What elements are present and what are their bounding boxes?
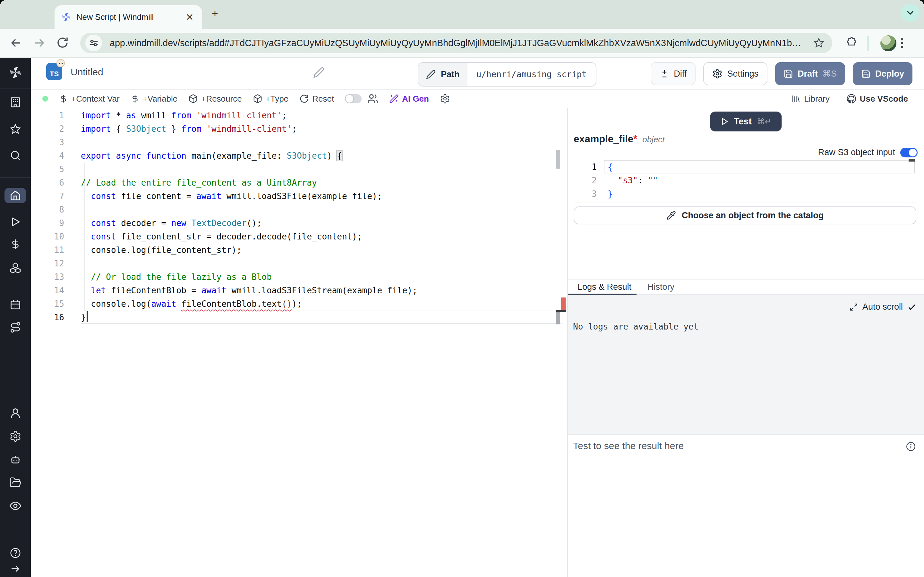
add-type-button[interactable]: +Type <box>253 94 289 104</box>
expand-icon <box>850 303 858 311</box>
help-circle-icon <box>9 547 21 559</box>
new-tab-button[interactable]: + <box>212 8 218 19</box>
cursor-overview-marker <box>556 310 566 312</box>
deploy-button[interactable]: Deploy <box>853 62 913 85</box>
browser-toolbar: app.windmill.dev/scripts/add#JTdCJTIyaGF… <box>0 29 924 58</box>
wand-icon <box>389 94 399 103</box>
browser-tab[interactable]: New Script | Windmill ✕ <box>55 5 202 29</box>
path-button[interactable]: Path u/henri/amusing_script <box>418 62 596 87</box>
tab-close-icon[interactable]: ✕ <box>184 11 196 23</box>
forward-icon[interactable] <box>32 36 46 50</box>
path-label: Path <box>441 69 460 79</box>
worker-status-dot <box>42 96 48 102</box>
reload-icon[interactable] <box>56 36 69 49</box>
sidebar-item-workers[interactable] <box>0 453 31 466</box>
editor-scrollbar-thumb-2[interactable] <box>556 312 560 324</box>
diff-button[interactable]: Diff <box>651 62 696 85</box>
github-icon <box>846 93 857 104</box>
json-content[interactable]: { "s3": ""} <box>607 160 914 201</box>
sidebar-item-folders[interactable] <box>0 476 31 488</box>
chevron-down-icon <box>907 11 914 15</box>
site-settings-icon[interactable] <box>86 35 102 51</box>
sidebar-item-schedules[interactable] <box>0 299 31 310</box>
home-icon <box>10 190 21 201</box>
package-icon <box>253 94 262 103</box>
tab-history[interactable]: History <box>648 282 674 292</box>
editor-scrollbar-thumb[interactable] <box>556 150 560 169</box>
windmill-logo[interactable] <box>0 65 31 79</box>
sidebar-item-audit[interactable] <box>0 500 31 512</box>
required-marker: * <box>633 133 637 145</box>
logs-area: Auto scroll No logs are available yet <box>568 295 924 434</box>
gear-icon <box>712 69 722 79</box>
extensions-icon[interactable] <box>846 36 859 49</box>
add-variable-button[interactable]: +Variable <box>131 94 178 104</box>
reset-button[interactable]: Reset <box>299 94 334 104</box>
sidebar-item-users[interactable] <box>0 407 31 419</box>
editor-toolbar: +Context Var +Variable +Resource +Type R… <box>31 90 924 108</box>
line-numbers: 12345678910111213141516 <box>31 109 64 324</box>
sidebar-item-workspace[interactable] <box>0 96 31 108</box>
script-settings-gear-icon[interactable] <box>440 93 450 104</box>
pipette-icon <box>666 211 676 220</box>
logs-tabs: Logs & Result History <box>568 279 924 295</box>
arrow-right-icon <box>10 563 21 574</box>
code-editor[interactable]: 12345678910111213141516 import * as wmil… <box>31 108 567 577</box>
boxes-icon <box>9 261 21 274</box>
add-context-var-button[interactable]: +Context Var <box>59 94 120 104</box>
error-overview-marker <box>561 298 565 310</box>
sidebar-item-home[interactable] <box>0 190 31 201</box>
test-shortcut: ⌘↵ <box>757 117 772 126</box>
use-vscode-button[interactable]: Use VScode <box>846 93 908 104</box>
profile-avatar[interactable] <box>880 35 897 51</box>
info-icon[interactable] <box>905 441 916 452</box>
json-arg-editor[interactable]: 123 { "s3": ""} <box>573 158 916 203</box>
test-button[interactable]: Test ⌘↵ <box>710 111 782 131</box>
bookmark-star-icon[interactable] <box>813 37 825 49</box>
script-name-input[interactable]: Untitled <box>71 67 103 77</box>
windmill-favicon <box>61 12 71 22</box>
dollar-icon <box>10 239 21 250</box>
raw-s3-toggle[interactable] <box>900 148 918 157</box>
code-content[interactable]: import * as wmill from 'windmill-client'… <box>81 109 567 324</box>
bun-badge-icon <box>57 59 65 67</box>
browser-menu-icon[interactable] <box>901 37 903 50</box>
sidebar-item-resources[interactable] <box>0 261 31 274</box>
autoscroll-control[interactable]: Auto scroll <box>850 302 916 312</box>
library-icon <box>791 94 801 103</box>
play-icon <box>10 216 21 227</box>
sidebar-item-settings[interactable] <box>0 430 31 442</box>
diff-icon <box>660 69 669 79</box>
add-resource-button[interactable]: +Resource <box>188 94 242 104</box>
reset-icon <box>299 94 309 103</box>
choose-object-button[interactable]: Choose an object from the catalog <box>573 206 916 224</box>
check-icon <box>907 303 916 311</box>
sidebar-item-flows[interactable] <box>0 321 31 334</box>
path-value: u/henri/amusing_script <box>467 63 596 86</box>
sidebar-collapse-arrow[interactable] <box>0 563 31 574</box>
users-icon <box>367 93 378 104</box>
tab-title: New Script | Windmill <box>76 13 184 22</box>
dollar-icon <box>59 94 68 103</box>
tab-logs-result[interactable]: Logs & Result <box>577 282 632 292</box>
sidebar-item-runs[interactable] <box>0 216 31 227</box>
back-icon[interactable] <box>9 36 23 50</box>
library-button[interactable]: Library <box>791 94 829 104</box>
draft-button[interactable]: Draft ⌘S <box>775 62 845 85</box>
window-chevron-button[interactable] <box>901 4 919 22</box>
edit-name-pencil-icon[interactable] <box>313 67 325 78</box>
argument-type: object <box>642 135 664 145</box>
json-line-numbers: 123 <box>574 160 603 201</box>
sidebar-item-variables[interactable] <box>0 239 31 250</box>
multiplayer-toggle[interactable] <box>345 94 362 103</box>
json-scrollbar-thumb[interactable] <box>909 159 915 161</box>
dollar-icon <box>131 94 140 103</box>
sidebar-item-favorites[interactable] <box>0 123 31 135</box>
ai-gen-button[interactable]: AI Gen <box>389 94 429 104</box>
sidebar-item-search[interactable] <box>0 149 31 161</box>
address-bar[interactable]: app.windmill.dev/scripts/add#JTdCJTIyaGF… <box>80 33 832 53</box>
save-icon <box>861 69 871 79</box>
settings-button[interactable]: Settings <box>703 62 767 85</box>
sidebar-item-help[interactable] <box>0 547 31 559</box>
building-icon <box>9 96 21 108</box>
